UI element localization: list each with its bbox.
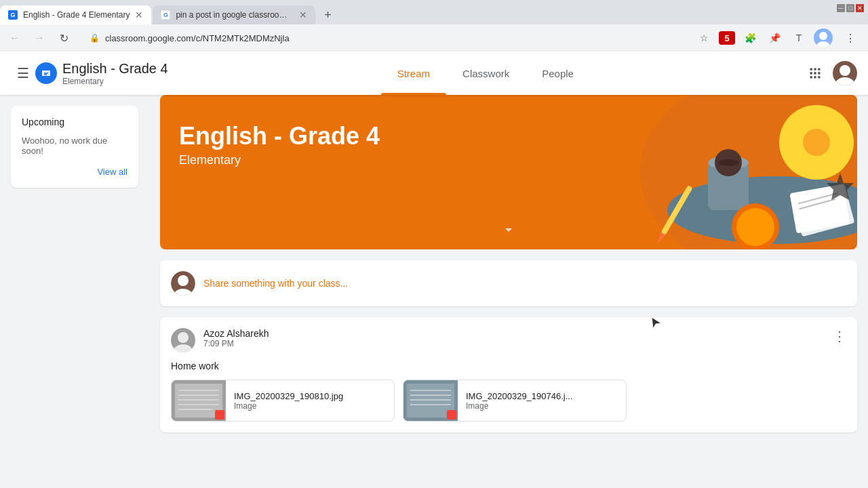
attachment-name-2: IMG_20200329_190746.j... [466, 391, 618, 401]
minimize-button[interactable]: ─ [837, 4, 845, 12]
post-menu-button[interactable]: ⋮ [833, 328, 846, 344]
header-class-subtitle: Elementary [62, 77, 168, 86]
svg-rect-4 [814, 68, 816, 70]
post-attachments: IMG_20200329_190810.jpg Image [171, 380, 846, 422]
svg-rect-9 [810, 76, 812, 78]
upcoming-empty-text: Woohoo, no work due soon! [22, 136, 127, 156]
tab-active[interactable]: G English - Grade 4 Elementary ✕ [0, 5, 151, 24]
svg-point-32 [174, 289, 193, 296]
attachment-type-1: Image [234, 401, 386, 411]
header-class-info: English - Grade 4 Elementary [62, 61, 168, 86]
svg-rect-8 [818, 72, 820, 74]
share-avatar [171, 271, 195, 296]
svg-point-12 [840, 65, 850, 76]
post-content: Home work [171, 361, 846, 371]
header-nav: Stream Classwork People [381, 52, 590, 95]
user-avatar[interactable] [833, 61, 857, 85]
class-banner: English - Grade 4 Elementary [160, 95, 857, 249]
attachment-2[interactable]: IMG_20200329_190746.j... Image [403, 380, 627, 422]
close-window-button[interactable]: ✕ [856, 4, 864, 12]
sidebar: Upcoming Woohoo, no work due soon! View … [0, 95, 149, 488]
address-bar[interactable]: 🔒 classroom.google.com/c/NTM2MTk2MDMzNjl… [79, 28, 689, 47]
svg-point-34 [174, 344, 193, 352]
app-container: ☰ English - Grade 4 Elementary Stream Cl… [0, 52, 868, 488]
attachment-thumb-1 [172, 380, 226, 421]
svg-point-1 [816, 41, 830, 47]
browser-header: G English - Grade 4 Elementary ✕ G pin a… [0, 0, 868, 52]
post-author-info: Azoz Alsharekh 7:09 PM [203, 328, 825, 348]
banner-text: English - Grade 4 Elementary [179, 122, 380, 167]
lock-icon: 🔒 [90, 33, 100, 43]
attachment-info-1: IMG_20200329_190810.jpg Image [226, 386, 394, 416]
hamburger-menu[interactable]: ☰ [11, 61, 35, 85]
svg-rect-5 [818, 68, 820, 70]
svg-point-33 [178, 332, 189, 343]
app-header: ☰ English - Grade 4 Elementary Stream Cl… [0, 52, 868, 95]
attachment-1[interactable]: IMG_20200329_190810.jpg Image [171, 380, 395, 422]
apps-grid-icon[interactable] [803, 61, 827, 85]
tab-favicon-google: G [161, 10, 170, 20]
header-class-title: English - Grade 4 [62, 61, 168, 77]
post-header: Azoz Alsharekh 7:09 PM ⋮ [171, 328, 846, 352]
upcoming-card: Upcoming Woohoo, no work due soon! View … [11, 106, 138, 188]
share-box[interactable]: Share something with your class... [160, 260, 857, 306]
svg-point-0 [819, 32, 827, 40]
svg-rect-3 [810, 68, 812, 70]
forward-button[interactable]: → [30, 28, 49, 47]
back-button[interactable]: ← [5, 28, 24, 47]
banner-chevron[interactable] [500, 222, 517, 241]
post-card: Azoz Alsharekh 7:09 PM ⋮ Home work [160, 317, 857, 432]
svg-rect-10 [814, 76, 816, 78]
upcoming-title: Upcoming [22, 117, 127, 127]
banner-class-subtitle: Elementary [179, 153, 380, 167]
svg-rect-11 [818, 76, 820, 78]
address-text: classroom.google.com/c/NTM2MTk2MDMzNjla [105, 33, 678, 43]
banner-illustration [572, 95, 857, 249]
apps-menu-button[interactable]: ⋮ [838, 26, 863, 50]
main-content: Upcoming Woohoo, no work due soon! View … [0, 95, 868, 488]
refresh-button[interactable]: ↻ [54, 28, 73, 47]
post-time: 7:09 PM [203, 339, 825, 348]
header-icons [803, 61, 857, 85]
extension-2[interactable]: 🧩 [741, 28, 760, 47]
share-placeholder-text: Share something with your class... [203, 278, 348, 289]
svg-point-19 [718, 159, 738, 166]
tab-inactive[interactable]: G pin a post in google classroom s... ✕ [153, 5, 315, 24]
bookmark-button[interactable]: ☆ [694, 28, 713, 47]
attachment-thumb-2 [403, 380, 458, 421]
tab-stream[interactable]: Stream [381, 52, 446, 95]
post-author-name: Azoz Alsharekh [203, 328, 825, 339]
svg-rect-6 [810, 72, 812, 74]
browser-profile-avatar[interactable] [814, 28, 833, 47]
extension-3[interactable]: 📌 [765, 28, 784, 47]
maximize-button[interactable]: □ [846, 4, 854, 12]
tab-title-1: English - Grade 4 Elementary [23, 10, 130, 20]
svg-point-23 [736, 208, 774, 246]
tab-close-2[interactable]: ✕ [299, 9, 307, 20]
svg-rect-7 [814, 72, 816, 74]
app-logo [35, 62, 57, 84]
tab-favicon-classroom: G [8, 10, 18, 20]
attachment-type-2: Image [466, 401, 618, 411]
svg-point-31 [178, 275, 189, 286]
extension-1[interactable]: 5 [719, 31, 735, 45]
address-bar-row: ← → ↻ 🔒 classroom.google.com/c/NTM2MTk2M… [0, 24, 868, 52]
svg-point-13 [835, 77, 854, 85]
new-tab-button[interactable]: + [318, 5, 337, 24]
tab-close-1[interactable]: ✕ [135, 9, 143, 20]
extension-4[interactable]: T [789, 28, 808, 47]
svg-point-21 [803, 129, 830, 156]
attachment-info-2: IMG_20200329_190746.j... Image [458, 386, 626, 416]
post-author-avatar [171, 328, 195, 352]
stream-area: English - Grade 4 Elementary [149, 95, 868, 488]
tab-people[interactable]: People [526, 52, 590, 95]
view-all-button[interactable]: View all [22, 167, 127, 177]
tab-title-2: pin a post in google classroom s... [176, 10, 294, 20]
attachment-name-1: IMG_20200329_190810.jpg [234, 391, 386, 401]
banner-class-title: English - Grade 4 [179, 122, 380, 150]
tab-classwork[interactable]: Classwork [446, 52, 526, 95]
